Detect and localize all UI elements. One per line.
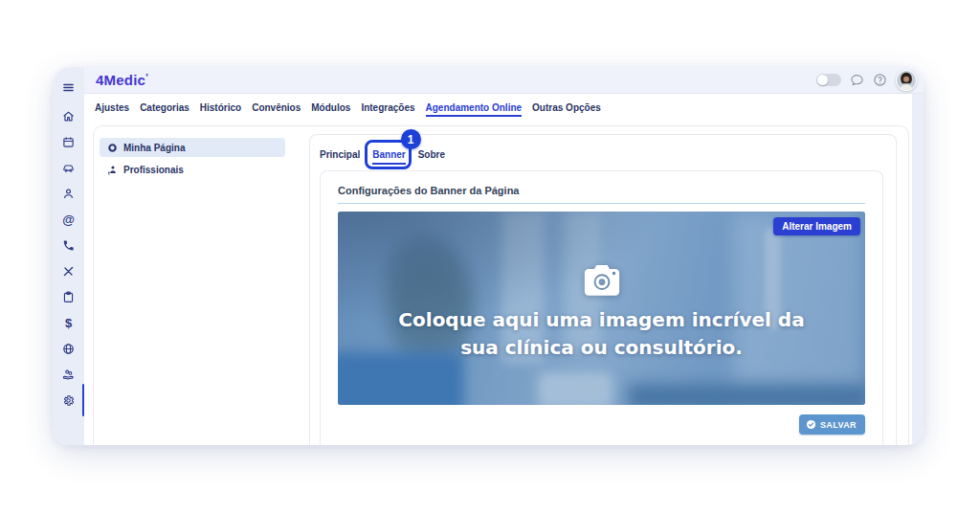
scrollbar[interactable] bbox=[912, 94, 924, 445]
nav-ajustes[interactable]: Ajustes bbox=[95, 102, 129, 117]
tab-sobre[interactable]: Sobre bbox=[418, 149, 445, 165]
toggle-knob bbox=[817, 75, 828, 85]
app-window: @ $ 4Medic’ bbox=[53, 67, 924, 445]
nav-integracoes[interactable]: Integrações bbox=[361, 102, 414, 117]
left-menu: Minha Página Profissionais bbox=[94, 126, 309, 445]
nav-historico[interactable]: Histórico bbox=[200, 102, 241, 117]
at-sign-icon[interactable]: @ bbox=[53, 207, 84, 233]
menu-icon[interactable] bbox=[53, 75, 84, 101]
topbar: 4Medic’ bbox=[84, 67, 924, 94]
banner-placeholder: Coloque aqui uma imagem incrível da sua … bbox=[338, 212, 865, 405]
banner-config-card: Configurações do Banner da Página bbox=[320, 170, 883, 445]
person-icon[interactable] bbox=[53, 181, 84, 207]
home-icon[interactable] bbox=[53, 103, 84, 129]
tab-principal[interactable]: Principal bbox=[320, 149, 360, 165]
menu-item-minha-pagina[interactable]: Minha Página bbox=[100, 138, 285, 157]
banner-text-line1: Coloque aqui uma imagem incrível da bbox=[398, 306, 804, 334]
nav-categorias[interactable]: Categorias bbox=[140, 102, 189, 117]
sidebar: @ $ bbox=[53, 67, 84, 445]
nav-outras-opcoes[interactable]: Outras Opções bbox=[532, 102, 601, 117]
shuffle-icon[interactable] bbox=[53, 258, 84, 284]
menu-item-profissionais[interactable]: Profissionais bbox=[100, 160, 285, 179]
banner-tabs: Principal Banner 1 Sobre bbox=[310, 135, 896, 165]
globe-icon[interactable] bbox=[53, 336, 84, 362]
app-logo: 4Medic’ bbox=[96, 72, 148, 88]
camera-icon bbox=[580, 261, 624, 300]
agendamento-card: Principal Banner 1 Sobre Configurações d… bbox=[309, 134, 897, 445]
circle-ring-icon bbox=[107, 143, 118, 153]
content-panel: Minha Página Profissionais Principal Ban… bbox=[93, 125, 909, 445]
change-image-button[interactable]: Alterar Imagem bbox=[773, 217, 860, 235]
dollar-icon[interactable]: $ bbox=[53, 310, 84, 336]
calendar-icon[interactable] bbox=[53, 129, 84, 155]
settings-icon[interactable] bbox=[53, 388, 84, 413]
annotation-badge: 1 bbox=[401, 129, 421, 149]
menu-item-label: Profissionais bbox=[123, 165, 184, 175]
save-button[interactable]: SALVAR bbox=[799, 414, 865, 435]
person-network-icon bbox=[107, 165, 118, 175]
banner-text-line2: sua clínica ou consultório. bbox=[460, 334, 743, 362]
check-circle-icon bbox=[806, 419, 816, 430]
nav-convenios[interactable]: Convênios bbox=[252, 102, 301, 117]
chat-icon[interactable] bbox=[850, 73, 864, 87]
heading-divider bbox=[338, 203, 865, 204]
clipboard-icon[interactable] bbox=[53, 284, 84, 310]
banner-preview: Alterar Imagem Coloque aqui uma imagem i… bbox=[338, 212, 865, 405]
user-avatar[interactable] bbox=[896, 70, 917, 91]
menu-item-label: Minha Página bbox=[123, 143, 185, 153]
phone-icon[interactable] bbox=[53, 233, 84, 258]
car-icon[interactable] bbox=[53, 155, 84, 181]
settings-nav: Ajustes Categorias Histórico Convênios M… bbox=[84, 94, 924, 125]
config-heading: Configurações do Banner da Página bbox=[338, 185, 865, 196]
tab-banner[interactable]: Banner 1 bbox=[372, 149, 405, 165]
nav-modulos[interactable]: Módulos bbox=[311, 102, 350, 117]
hand-coins-icon[interactable] bbox=[53, 362, 84, 388]
help-icon[interactable] bbox=[873, 73, 887, 87]
nav-agendamento-online[interactable]: Agendamento Online bbox=[426, 102, 523, 117]
theme-toggle[interactable] bbox=[816, 74, 841, 86]
